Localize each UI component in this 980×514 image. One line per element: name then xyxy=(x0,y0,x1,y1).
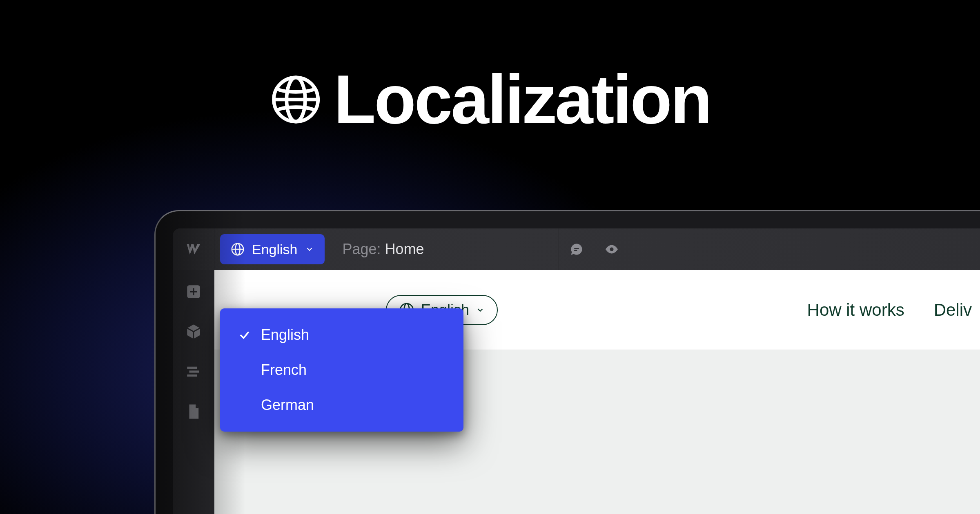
left-rail xyxy=(173,270,214,514)
editor-toolbar: English Page: Home xyxy=(173,228,980,270)
eye-icon xyxy=(604,242,619,257)
webflow-logo[interactable] xyxy=(173,228,214,270)
pages-button[interactable] xyxy=(185,403,202,420)
page-breadcrumb[interactable]: Page: Home xyxy=(343,241,424,258)
editor-locale-dropdown-button[interactable]: English xyxy=(220,234,325,264)
page-prefix-label: Page: xyxy=(343,241,381,257)
comments-button[interactable] xyxy=(559,228,594,270)
editor-locale-label: English xyxy=(252,241,298,257)
svg-rect-11 xyxy=(190,291,197,292)
page-title: Localization xyxy=(334,65,711,134)
globe-icon xyxy=(270,73,323,126)
plus-icon xyxy=(185,283,202,300)
check-icon xyxy=(237,329,252,341)
locale-option-english[interactable]: English xyxy=(220,317,463,352)
navigator-button[interactable] xyxy=(185,363,202,380)
locale-dropdown-menu: English French German xyxy=(220,308,463,432)
svg-rect-13 xyxy=(187,367,197,369)
site-nav: How it works Deliv xyxy=(807,300,972,320)
locale-option-label: French xyxy=(261,361,307,379)
preview-button[interactable] xyxy=(594,228,629,270)
svg-rect-6 xyxy=(574,248,579,249)
page-name: Home xyxy=(385,241,424,257)
chat-icon xyxy=(569,242,584,257)
svg-rect-15 xyxy=(187,374,197,377)
page-icon xyxy=(185,403,202,420)
hero-title-row: Localization xyxy=(270,65,711,134)
globe-icon xyxy=(231,242,245,256)
components-button[interactable] xyxy=(185,323,202,340)
svg-rect-7 xyxy=(574,250,577,251)
add-element-button[interactable] xyxy=(185,283,202,300)
svg-rect-14 xyxy=(189,370,199,372)
chevron-down-icon xyxy=(305,245,314,254)
box-icon xyxy=(185,323,202,340)
locale-option-german[interactable]: German xyxy=(220,388,463,423)
app-screen: English Page: Home xyxy=(173,228,980,514)
nav-link-deliv[interactable]: Deliv xyxy=(934,300,972,320)
list-icon xyxy=(185,363,202,380)
chevron-down-icon xyxy=(476,306,485,315)
locale-option-label: German xyxy=(261,397,314,414)
device-frame: English Page: Home xyxy=(154,210,980,514)
locale-option-label: English xyxy=(261,326,309,343)
locale-option-french[interactable]: French xyxy=(220,352,463,388)
nav-link-how-it-works[interactable]: How it works xyxy=(807,300,904,320)
svg-point-8 xyxy=(610,248,613,251)
